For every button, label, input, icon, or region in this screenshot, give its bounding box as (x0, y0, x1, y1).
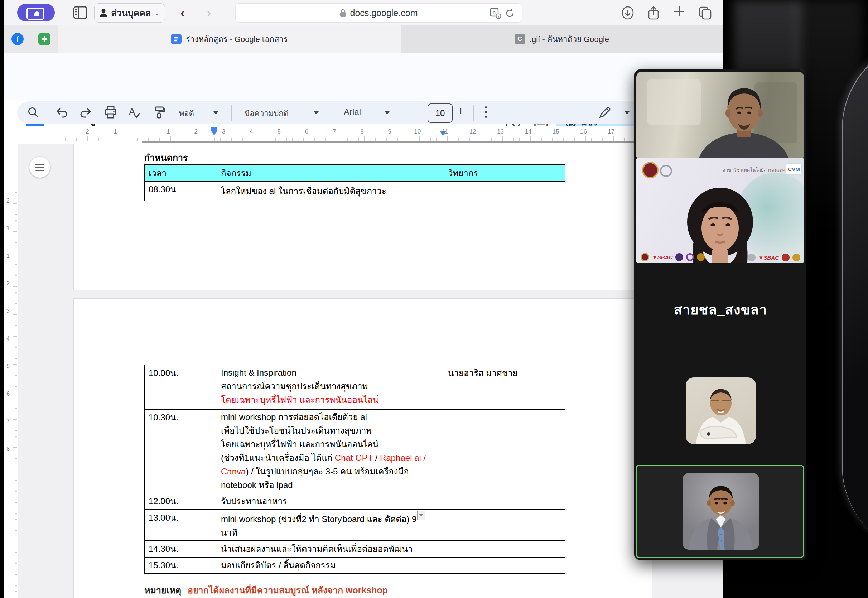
profile-label: ส่วนบุคคล (111, 6, 151, 20)
tab-overview-button[interactable] (698, 6, 712, 20)
cell-speaker (444, 493, 565, 510)
ruler-tick (297, 138, 298, 141)
ruler-tick (13, 309, 17, 309)
zoom-dropdown-arrow[interactable] (214, 111, 218, 114)
ruler-tick (630, 138, 630, 141)
table-row[interactable]: 10.30น. mini workshop การต่อยอดไอเดียด้ว… (145, 409, 565, 493)
style-dropdown-arrow[interactable] (314, 111, 319, 114)
ruler-tick (13, 336, 17, 336)
font-size-input[interactable]: 10 (427, 103, 453, 123)
ruler-tick (15, 436, 17, 437)
spellcheck-button[interactable]: A (129, 106, 141, 119)
docs-toolbar: A พอดี ข้อความปกติ Arial − 10 (17, 101, 646, 124)
first-line-indent-marker[interactable] (211, 127, 217, 135)
c-ring-logo (660, 165, 672, 177)
reload-button[interactable] (505, 8, 518, 22)
cell-activity: โลกใหม่ของ ai ในการเชื่อมต่อกับมิติสุขภา… (217, 181, 444, 201)
ruler-number: 3 (222, 128, 225, 135)
participant-video-2[interactable]: สาขาวิชาเทคโนโลยีสารสนเทศ CVM ▼SBAC (636, 158, 804, 263)
ruler-tick (13, 287, 17, 287)
ruler-tick (15, 375, 17, 376)
cell-speaker (444, 557, 565, 574)
horizontal-ruler[interactable]: 21123456789101112131415161718 (17, 126, 651, 144)
participant-video-1[interactable] (636, 72, 804, 158)
schedule-heading[interactable]: กำหนดการ (144, 150, 188, 165)
ruler-tick (15, 486, 17, 486)
search-icon (27, 106, 39, 118)
ruler-tick (481, 138, 481, 141)
more-options-icon[interactable] (485, 106, 487, 109)
pinned-tab-facebook[interactable]: f (4, 25, 31, 52)
ruler-tick (15, 248, 17, 248)
back-button[interactable]: ‹ (181, 6, 184, 20)
ruler-number: 6 (305, 128, 308, 135)
ruler-tick (326, 138, 326, 141)
forward-button[interactable]: › (207, 6, 211, 20)
cell-speaker: นายฮาริส มาศชาย (444, 365, 565, 409)
table-row[interactable]: 13.00น. mini workshop (ช่วงที่2 ทำ Story… (145, 510, 565, 541)
table-row[interactable]: 14.30น. นำเสนอผลงานและให้ความคิดเห็นเพื่… (145, 541, 565, 557)
mode-dropdown-arrow[interactable] (624, 111, 629, 114)
table-row[interactable]: 08.30น โลกใหม่ของ ai ในการเชื่อมต่อกับมิ… (145, 181, 565, 201)
ruler-number: 16 (580, 128, 587, 135)
table-row[interactable]: 15.30น. มอบเกียรติบัตร / สิ้นสุดกิจกรรม (145, 557, 565, 574)
tab-group-button[interactable] (17, 4, 55, 21)
vertical-ruler[interactable]: 2112345678 (4, 144, 18, 598)
facebook-icon: f (12, 33, 24, 45)
new-tab-button[interactable] (673, 5, 686, 19)
activity-text: เพื่อไปใช้ประโยชน์ในประเด็นทางสุขภาพ (221, 426, 372, 435)
video-call-panel[interactable]: สาขาวิชาเทคโนโลยีสารสนเทศ CVM ▼SBAC (634, 69, 807, 561)
ruler-tick (259, 138, 259, 141)
downloads-button[interactable] (621, 6, 635, 20)
table-header-activity: กิจกรรม (217, 165, 444, 181)
ruler-tick (519, 138, 520, 141)
address-bar[interactable]: docs.google.com ก x (235, 3, 523, 22)
schedule-table-2[interactable]: 10.00น. Insight & Inspiration สถานการณ์ค… (144, 365, 565, 574)
table-row[interactable]: 12.00น. รับประทานอาหาร (145, 493, 565, 510)
suggestion-dropdown-chip[interactable] (417, 511, 425, 520)
document-outline-button[interactable] (29, 157, 50, 178)
participant-avatar-1[interactable] (686, 377, 756, 444)
ruler-number: 1 (6, 225, 10, 232)
pinned-tab-sheets[interactable] (31, 25, 58, 52)
ruler-tick (15, 414, 17, 414)
tab-google-search[interactable]: G .gif - ค้นหาด้วย Google (401, 25, 723, 52)
ruler-tick (381, 138, 381, 141)
redo-button[interactable] (80, 107, 92, 118)
note-line[interactable]: หมายเหตุอยากได้ผลงานที่มีความสมบูรณ์ หลั… (144, 583, 388, 597)
paragraph-style-select[interactable]: ข้อความปกติ (244, 107, 288, 120)
ruler-tick (375, 138, 376, 141)
translate-button[interactable]: ก x (490, 8, 503, 21)
tab-google-docs[interactable]: ร่างหลักสูตร - Google เอกสาร (58, 25, 401, 52)
ruler-tick (15, 591, 17, 592)
cell-time: 10.00น. (145, 365, 217, 409)
decrease-font-size-button[interactable]: − (410, 105, 416, 117)
paint-format-button[interactable] (153, 106, 166, 119)
increase-font-size-button[interactable]: + (458, 105, 464, 117)
font-family-select[interactable]: Arial (344, 107, 361, 117)
active-speaker-tile[interactable] (636, 465, 804, 558)
print-button[interactable] (105, 106, 117, 119)
ruler-tick (15, 331, 17, 331)
toolbar-divider (231, 105, 232, 121)
ruler-tick (15, 525, 17, 525)
sidebar-toggle-button[interactable] (73, 6, 87, 19)
ruler-tick (475, 136, 475, 141)
table-row[interactable]: เวลา กิจกรรม วิทยากร (145, 165, 565, 181)
editing-mode-button[interactable] (599, 106, 611, 118)
table-row[interactable]: 10.00น. Insight & Inspiration สถานการณ์ค… (145, 365, 565, 409)
share-button[interactable] (647, 6, 661, 20)
ruler-tick (99, 138, 99, 141)
ruler-tick (15, 425, 17, 425)
profile-selector[interactable]: ส่วนบุคคล ⌄ (94, 3, 165, 22)
ruler-tick (563, 138, 564, 141)
wallpaper-shape (843, 40, 868, 556)
font-dropdown-arrow[interactable] (385, 111, 390, 114)
schedule-table-1[interactable]: เวลา กิจกรรม วิทยากร 08.30น โลกใหม่ของ a… (144, 164, 565, 201)
ruler-tick (15, 552, 17, 553)
ruler-number: 4 (249, 128, 253, 135)
zoom-select[interactable]: พอดี (179, 107, 194, 120)
undo-button[interactable] (56, 107, 67, 118)
ruler-tick (15, 326, 17, 326)
search-menus-button[interactable] (27, 106, 39, 118)
